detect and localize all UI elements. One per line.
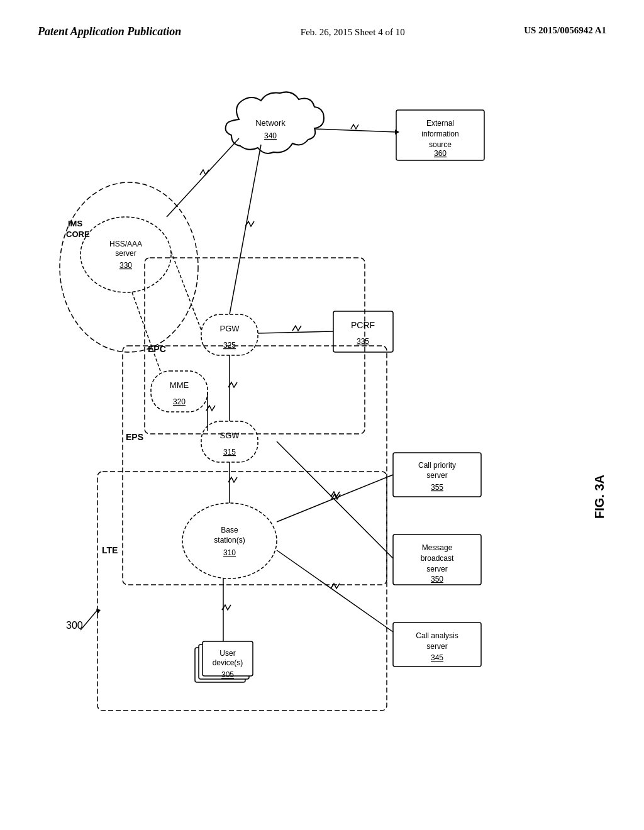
svg-text:PGW: PGW: [219, 324, 240, 333]
svg-text:PCRF: PCRF: [351, 320, 375, 330]
svg-text:User: User: [219, 649, 235, 658]
call-analysis-node: Call analysis server 345: [393, 622, 481, 667]
svg-line-48: [314, 129, 396, 132]
fig-label: FIG. 3A: [592, 475, 606, 519]
ims-core-label2: CORE: [66, 230, 90, 239]
call-priority-node: Call priority server 355: [393, 453, 481, 497]
svg-text:External: External: [426, 119, 454, 128]
svg-text:325: 325: [223, 341, 236, 350]
mme-node: MME 320: [151, 371, 208, 412]
svg-text:server: server: [426, 642, 447, 651]
user-device-node: User device(s) 305: [195, 641, 253, 682]
svg-text:information: information: [421, 130, 458, 138]
svg-line-50: [167, 138, 239, 217]
sgw-node: SGW 315: [201, 421, 258, 462]
svg-line-52: [258, 331, 333, 333]
svg-line-62: [80, 610, 97, 630]
svg-text:server: server: [426, 565, 447, 573]
eps-label: EPS: [126, 432, 143, 442]
hss-aaa-node: HSS/AAA server 330: [80, 217, 171, 292]
svg-text:320: 320: [173, 397, 186, 406]
svg-marker-49: [395, 130, 399, 135]
network-label: Network: [255, 118, 286, 128]
svg-text:Base: Base: [221, 526, 238, 534]
svg-text:Message: Message: [422, 543, 453, 552]
svg-text:server: server: [426, 471, 447, 480]
patent-diagram: LTE EPS EPC IMS CORE Network 340 HSS/AAA…: [0, 82, 644, 773]
svg-text:360: 360: [434, 149, 447, 158]
patent-number: US 2015/0056942 A1: [524, 25, 606, 36]
svg-text:Call priority: Call priority: [418, 461, 456, 470]
svg-text:305: 305: [221, 670, 234, 679]
base-station-node: Base station(s) 310: [182, 503, 277, 578]
svg-line-55: [132, 292, 160, 371]
network-node: Network 340: [226, 92, 324, 153]
patent-page: Patent Application Publication Feb. 26, …: [0, 0, 644, 830]
lte-label: LTE: [102, 545, 118, 555]
svg-text:330: 330: [119, 261, 132, 270]
svg-text:server: server: [115, 249, 136, 258]
svg-text:315: 315: [223, 448, 236, 456]
network-number: 340: [264, 131, 277, 140]
svg-text:device(s): device(s): [213, 658, 243, 667]
sheet-info: Feb. 26, 2015 Sheet 4 of 10: [301, 25, 405, 40]
svg-text:350: 350: [431, 575, 443, 584]
svg-line-51: [230, 145, 261, 314]
msg-broadcast-node: Message broadcast server 350: [393, 534, 481, 585]
svg-line-53: [171, 252, 201, 330]
svg-line-59: [277, 441, 393, 558]
diagram-area: LTE EPS EPC IMS CORE Network 340 HSS/AAA…: [0, 82, 644, 773]
svg-text:Call analysis: Call analysis: [416, 631, 458, 640]
pgw-node: PGW 325: [201, 314, 258, 355]
svg-text:HSS/AAA: HSS/AAA: [109, 240, 142, 248]
svg-text:source: source: [429, 140, 452, 149]
ims-core-label: IMS: [68, 219, 82, 228]
svg-rect-1: [123, 346, 387, 585]
ext-info-node: External information source 360: [396, 110, 484, 160]
publication-label: Patent Application Publication: [38, 25, 181, 38]
svg-line-60: [277, 475, 393, 522]
svg-text:335: 335: [357, 337, 369, 346]
svg-marker-63: [96, 609, 101, 614]
svg-text:MME: MME: [170, 380, 189, 390]
svg-text:broadcast: broadcast: [421, 554, 454, 563]
svg-text:SGW: SGW: [219, 431, 240, 440]
svg-text:station(s): station(s): [214, 536, 245, 545]
ref-300-label: 300: [66, 620, 83, 631]
svg-text:345: 345: [431, 653, 443, 662]
svg-text:310: 310: [223, 548, 236, 557]
epc-label: EPC: [148, 344, 166, 354]
page-header: Patent Application Publication Feb. 26, …: [0, 0, 644, 46]
svg-text:355: 355: [431, 483, 443, 492]
svg-line-61: [277, 550, 393, 632]
